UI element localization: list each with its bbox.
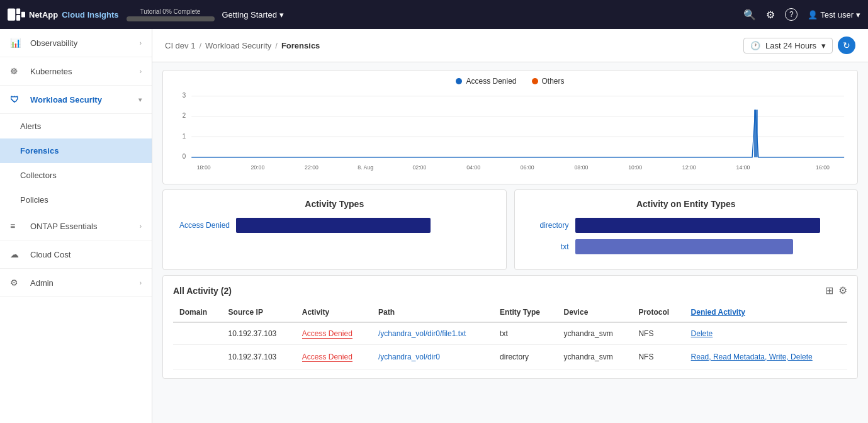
breadcrumb-ci-dev[interactable]: CI dev 1 (165, 41, 195, 50)
col-device: Device (558, 303, 633, 322)
cell-activity-1[interactable]: Access Denied (296, 322, 372, 345)
sidebar-item-workload-security[interactable]: 🛡 Workload Security ▾ (0, 86, 152, 114)
entity-types-title: Activity on Entity Types (525, 199, 848, 209)
svg-text:06:00: 06:00 (521, 164, 534, 171)
user-menu[interactable]: 👤 Test user ▾ (808, 10, 860, 20)
cell-path-1[interactable]: /ychandra_vol/dir0/file1.txt (372, 322, 493, 345)
top-nav-icons: 🔍 ⚙ ? 👤 Test user ▾ (743, 8, 860, 21)
getting-started-button[interactable]: Getting Started ▾ (222, 10, 284, 20)
sidebar-item-observability[interactable]: 📊 Observability › (0, 29, 152, 57)
settings-icon[interactable]: ⚙ (766, 9, 775, 21)
svg-text:12:00: 12:00 (682, 164, 696, 171)
help-icon[interactable]: ? (785, 8, 798, 21)
time-filter-selector[interactable]: 🕐 Last 24 Hours ▾ (743, 38, 833, 54)
tutorial-label: Tutorial 0% Complete (140, 8, 201, 15)
cell-activity-2[interactable]: Access Denied (296, 345, 372, 369)
entity-bar-fill-directory (575, 218, 820, 233)
svg-text:22:00: 22:00 (305, 164, 318, 171)
entity-types-panel: Activity on Entity Types directory txt (514, 189, 859, 270)
sidebar-sub-item-forensics[interactable]: Forensics (0, 138, 152, 163)
svg-text:20:00: 20:00 (251, 164, 264, 171)
time-series-chart: Access Denied Others 3 2 1 0 (162, 70, 858, 184)
activity-types-title: Activity Types (173, 199, 496, 209)
path-link-1[interactable]: /ychandra_vol/dir0/file1.txt (378, 329, 466, 338)
svg-text:0: 0 (183, 152, 186, 160)
activity-bar-fill (236, 218, 431, 233)
breadcrumb-workload-security[interactable]: Workload Security (205, 41, 271, 50)
refresh-button[interactable]: ↻ (838, 37, 855, 54)
activity-bar-label[interactable]: Access Denied (173, 221, 230, 230)
table-columns-button[interactable]: ⊞ (825, 285, 833, 296)
app-name: Cloud Insights (62, 10, 118, 20)
tutorial-progress-track (127, 16, 215, 21)
sidebar-sub-item-collectors[interactable]: Collectors (0, 163, 152, 188)
sidebar-sub-item-alerts[interactable]: Alerts (0, 114, 152, 138)
svg-rect-24 (754, 110, 758, 157)
svg-text:8. Aug: 8. Aug (358, 164, 373, 171)
cell-path-2[interactable]: /ychandra_vol/dir0 (372, 345, 493, 369)
search-icon[interactable]: 🔍 (743, 9, 756, 21)
breadcrumb-sep-2: / (275, 41, 278, 50)
sidebar-item-ontap-essentials[interactable]: ≡ ONTAP Essentials › (0, 212, 152, 240)
sidebar-item-label-cloud-cost: Cloud Cost (30, 250, 70, 259)
chevron-right-icon-k8s: › (140, 68, 142, 75)
svg-text:04:00: 04:00 (466, 164, 480, 171)
sidebar-item-label-ontap: ONTAP Essentials (30, 222, 97, 231)
cell-entity-type-2: directory (493, 345, 558, 369)
activity-bar-row-access-denied: Access Denied (173, 218, 496, 233)
chart-canvas: 3 2 1 0 18:00 20:00 22:00 8. Aug 02:00 0… (173, 89, 847, 178)
legend-dot-access-denied (456, 78, 462, 84)
tutorial-progress-bar: Tutorial 0% Complete (127, 8, 215, 21)
chevron-right-icon-ontap: › (140, 223, 142, 230)
path-link-2[interactable]: /ychandra_vol/dir0 (378, 352, 440, 361)
app-logo[interactable]: NetApp Cloud Insights (8, 8, 119, 21)
sidebar-item-admin[interactable]: ⚙ Admin › (0, 269, 152, 297)
denied-activity-link-1[interactable]: Delete (691, 329, 713, 338)
breadcrumb: CI dev 1 / Workload Security / Forensics (165, 41, 320, 50)
sidebar-sub-label-alerts: Alerts (20, 121, 41, 131)
cell-source-ip-1: 10.192.37.103 (222, 322, 296, 345)
sidebar-item-label-observability: Observability (30, 38, 77, 48)
legend-access-denied: Access Denied (456, 77, 516, 86)
table-header: Domain Source IP Activity Path Entity Ty… (173, 303, 847, 322)
col-domain: Domain (173, 303, 222, 322)
activity-types-panel: Activity Types Access Denied (162, 189, 507, 270)
time-filter-chevron: ▾ (821, 41, 826, 50)
netapp-label: NetApp (29, 10, 58, 20)
svg-text:08:00: 08:00 (574, 164, 588, 171)
col-denied-activity: Denied Activity (685, 303, 847, 322)
clock-icon: 🕐 (750, 41, 760, 50)
entity-bar-label-txt[interactable]: txt (525, 242, 569, 251)
chevron-right-icon: › (140, 40, 142, 47)
kubernetes-icon: ☸ (10, 66, 24, 76)
sidebar-item-kubernetes[interactable]: ☸ Kubernetes › (0, 57, 152, 86)
table-row: 10.192.37.103 Access Denied /ychandra_vo… (173, 322, 847, 345)
table-header-row: All Activity (2) ⊞ ⚙ (173, 285, 847, 296)
entity-bar-track-txt (575, 239, 848, 254)
table-settings-button[interactable]: ⚙ (838, 285, 847, 296)
activity-badge-1[interactable]: Access Denied (302, 329, 352, 339)
sidebar-item-cloud-cost[interactable]: ☁ Cloud Cost (0, 240, 152, 269)
user-chevron-icon: ▾ (856, 10, 860, 20)
sidebar-sub-label-forensics: Forensics (20, 146, 59, 155)
legend-label-access-denied: Access Denied (466, 77, 516, 86)
activity-bar-track (236, 218, 496, 233)
cell-denied-1[interactable]: Delete (685, 322, 847, 345)
svg-text:1: 1 (183, 132, 186, 140)
cloud-cost-icon: ☁ (10, 249, 24, 259)
top-navigation: NetApp Cloud Insights Tutorial 0% Comple… (0, 0, 868, 29)
cell-source-ip-2: 10.192.37.103 (222, 345, 296, 369)
user-icon: 👤 (808, 10, 818, 20)
cell-denied-2[interactable]: Read, Read Metadata, Write, Delete (685, 345, 847, 369)
chevron-down-icon-ws: ▾ (138, 96, 142, 103)
sidebar-item-label-workload-security: Workload Security (30, 95, 102, 104)
chevron-right-icon-admin: › (140, 279, 142, 286)
legend-dot-others (532, 78, 538, 84)
sidebar: 📊 Observability › ☸ Kubernetes › 🛡 Workl… (0, 29, 152, 423)
main-content: CI dev 1 / Workload Security / Forensics… (152, 29, 868, 423)
entity-bar-label-directory[interactable]: directory (525, 221, 569, 230)
cell-entity-type-1: txt (493, 322, 558, 345)
denied-activity-link-2[interactable]: Read, Read Metadata, Write, Delete (691, 352, 813, 361)
activity-badge-2[interactable]: Access Denied (302, 352, 352, 362)
sidebar-sub-item-policies[interactable]: Policies (0, 188, 152, 212)
